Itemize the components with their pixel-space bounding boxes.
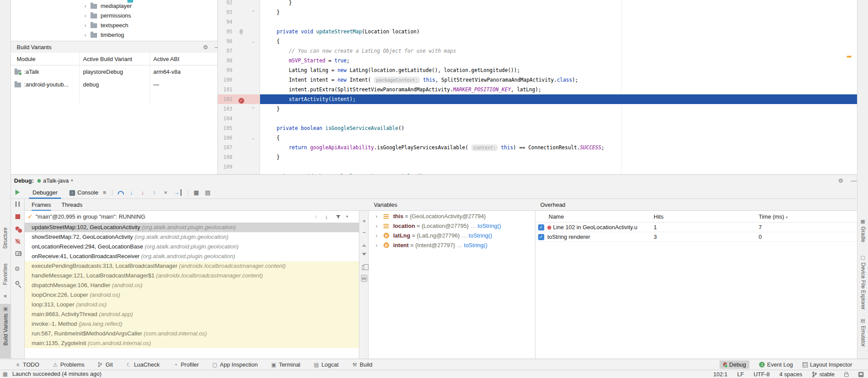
evaluate-grid-icon[interactable]: ▦ [193,189,200,196]
fold-marker[interactable]: ⌄ [247,36,260,46]
expand-icon[interactable]: › [376,212,377,221]
toolwindow-button-profiler[interactable]: ◔Profiler [173,361,199,368]
gutter-icon-area[interactable]: @ [235,27,247,36]
column-time[interactable]: Time (ms) ▾ [759,211,788,223]
resume-icon[interactable] [15,190,20,195]
hide-panel-icon[interactable]: — [851,175,857,187]
gutter-icon-area[interactable] [235,152,247,162]
toolwindow-button-git[interactable]: Git [98,361,113,368]
sidebar-tab-favorites[interactable]: Favorites [2,263,8,285]
notifications-icon[interactable] [858,372,864,377]
gutter-icon-area[interactable] [235,85,247,94]
stack-frame[interactable]: showStreetMap:72, GeoLocationActivity (o… [25,232,359,242]
tree-item-mediaplayer[interactable]: ›mediaplayer [11,1,217,11]
line-number[interactable]: 101 [218,85,235,94]
line-number[interactable]: 93 [218,7,235,17]
gutter-icon-area[interactable]: ✓ [235,94,247,104]
active-abi[interactable]: arm64-v8a [153,65,181,78]
line-number[interactable]: 100 [218,75,235,85]
line-number[interactable]: 105 [218,123,235,133]
expand-icon[interactable]: › [376,221,377,231]
stack-frame[interactable]: executePendingBroadcasts:313, LocalBroad… [25,261,359,271]
overhead-row[interactable]: ✓Line 102 in GeoLocationActivity.u17 [535,223,857,232]
build-variant-row[interactable]: :aTalkplaystoreDebugarm64-v8a [11,65,217,78]
line-number[interactable]: 107 [218,143,235,152]
status-message[interactable]: Launch succeeded (4 minutes ago) [12,370,101,378]
toolwindow-button-luacheck[interactable]: ☾LuaCheck [126,361,160,368]
git-branch-widget[interactable]: stable [812,371,835,378]
gutter-icon-area[interactable] [235,46,247,56]
line-number[interactable]: 99 [218,65,235,75]
toolwindow-switcher-icon[interactable]: ▦ [3,370,7,378]
active-build-variant[interactable]: playstoreDebug [83,65,123,78]
restore-layout-icon[interactable]: ▤ [204,189,211,196]
active-abi[interactable]: — [153,78,159,91]
caret-position[interactable]: 102:1 [713,371,728,378]
step-over-icon[interactable] [118,191,124,194]
tab-frames[interactable]: Frames [32,199,51,211]
expand-icon[interactable]: › [376,241,377,250]
fold-marker[interactable]: ⌃ [247,104,260,114]
remove-watch-icon[interactable]: − [361,229,367,236]
stack-frame[interactable]: run:567, RuntimeInit$MethodAndArgsCaller… [25,329,359,338]
pause-icon[interactable] [15,202,20,207]
stack-frame[interactable]: main:8663, ActivityThread (android.app) [25,310,359,319]
gutter-icon-area[interactable] [235,133,247,143]
gutter-icon-area[interactable] [235,56,247,65]
line-number[interactable]: 98 [218,56,235,65]
gutter-icon-area[interactable] [235,65,247,75]
line-number[interactable]: 92 [218,0,235,7]
sidebar-tab-gradle[interactable]: Gradle [860,227,866,242]
chevron-down-icon[interactable]: ▾ [346,211,348,223]
layout-settings-icon[interactable]: ≡ [101,189,108,196]
line-number[interactable]: 94 [218,17,235,27]
filter-funnel-icon[interactable] [336,214,341,220]
sidebar-tab-emulator[interactable]: Emulator [860,326,866,347]
gutter-icon-area[interactable] [235,36,247,46]
stack-frame[interactable]: loop:313, Looper (android.os) [25,300,359,310]
gear-icon[interactable]: ⚙ [838,175,843,187]
line-number[interactable]: 102 [218,94,235,104]
tab-debugger[interactable]: Debugger [29,187,61,199]
gear-icon[interactable]: ⚙ [203,41,208,53]
settings-gear-icon[interactable]: ⚙ [14,265,20,272]
sidebar-tab-build-variants[interactable]: ▣ Build Variants [0,304,11,358]
evaluate-infinity-icon[interactable]: ∞ [361,275,367,282]
chevron-right-icon[interactable]: › [84,21,86,30]
gutter-icon-area[interactable] [235,0,247,7]
variable-row-this[interactable]: ›this = {GeoLocationActivity@27794} [369,212,535,221]
stack-frame[interactable]: dispatchMessage:106, Handler (android.os… [25,281,359,290]
line-number[interactable]: 104 [218,114,235,123]
gutter-icon-area[interactable] [235,104,247,114]
sidebar-tab-device-file-explorer[interactable]: Device File Explorer [860,263,866,310]
line-number[interactable]: 108 [218,152,235,162]
active-build-variant[interactable]: debug [83,78,99,91]
variable-row-intent[interactable]: ›pintent = {Intent@27797} … toString() [369,241,535,250]
run-to-cursor-icon[interactable]: → [174,189,181,196]
stop-icon[interactable] [15,214,20,219]
stack-frame[interactable]: onLocationReceived:294, GeoLocationBase … [25,242,359,252]
gutter-icon-area[interactable] [235,143,247,152]
navigate-down-icon[interactable] [362,253,366,256]
step-out-icon[interactable]: ↑ [151,189,158,196]
chevron-right-icon[interactable]: › [84,30,86,40]
tree-item-timberlog[interactable]: ›timberlog [11,30,217,40]
toolwindow-button-event-log[interactable]: 1 Event Log [759,361,793,368]
line-separator[interactable]: LF [737,371,744,378]
tostring-link[interactable]: toString() [464,242,487,248]
toolwindow-button-debug[interactable]: Debug [720,360,749,369]
tostring-link[interactable]: toString() [477,223,501,229]
line-number[interactable]: 103 [218,104,235,114]
column-hits[interactable]: Hits [654,211,663,223]
gutter-icon-area[interactable] [235,75,247,85]
gutter-icon-area[interactable] [235,17,247,27]
overhead-row[interactable]: ✓toString renderer30 [535,232,857,242]
toolwindow-button-app-inspection[interactable]: ▢App Inspection [212,361,258,368]
breakpoint-icon[interactable]: ✓ [239,98,244,104]
changed-line-marker[interactable] [847,56,851,58]
checkbox-checked-icon[interactable]: ✓ [538,224,544,230]
chevron-right-icon[interactable]: › [84,11,86,21]
stack-frame[interactable]: onReceive:41, LocationBroadcastReceiver … [25,252,359,261]
tree-item-textspeech[interactable]: ›textspeech [11,21,217,30]
view-breakpoints-icon[interactable] [15,227,19,230]
